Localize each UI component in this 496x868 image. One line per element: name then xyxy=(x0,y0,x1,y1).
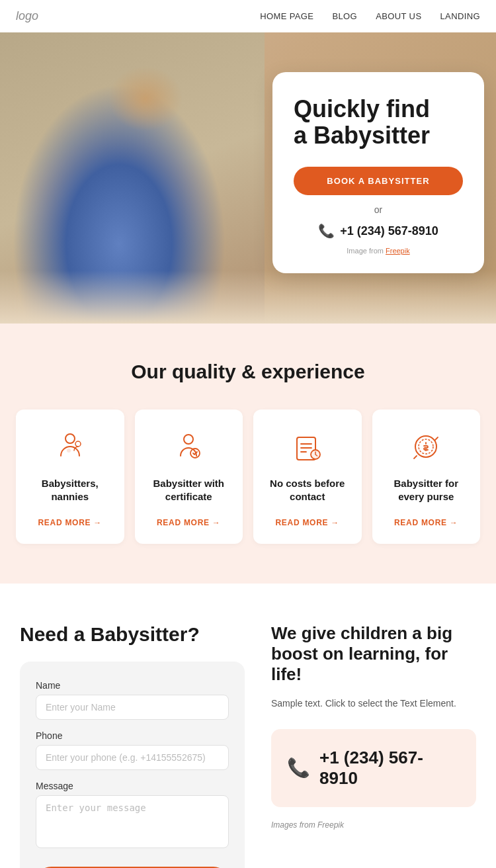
form-heading: Need a Babysitter? xyxy=(20,623,245,646)
message-textarea[interactable] xyxy=(36,795,229,848)
message-label: Message xyxy=(36,781,229,791)
phone-box-number: +1 (234) 567-8910 xyxy=(319,748,460,789)
quality-card-4: Babysitter for every purse READ MORE → xyxy=(372,410,481,544)
quality-card-4-readmore[interactable]: READ MORE → xyxy=(394,518,458,527)
navbar: logo HOME PAGE BLOG ABOUT US LANDING xyxy=(0,0,496,32)
logo: logo xyxy=(16,9,38,23)
quality-cards: Babysitters, nannies READ MORE → Babysit… xyxy=(16,410,480,544)
nav-blog[interactable]: BLOG xyxy=(332,11,357,21)
quality-card-1-title: Babysitters, nannies xyxy=(26,477,114,503)
hero-section: Quickly find a Babysitter BOOK A BABYSIT… xyxy=(0,32,496,324)
right-body: Sample text. Click to select the Text El… xyxy=(271,696,476,711)
quality-card-2-title: Babysitter with certificate xyxy=(145,477,233,503)
form-right: We give children a big boost on learning… xyxy=(271,623,476,868)
no-costs-icon xyxy=(289,428,326,465)
form-section: Need a Babysitter? Name Phone Message RE… xyxy=(0,584,496,868)
quality-card-1-readmore[interactable]: READ MORE → xyxy=(38,518,102,527)
quality-card-2-readmore[interactable]: READ MORE → xyxy=(157,518,221,527)
name-input[interactable] xyxy=(36,695,229,720)
nav-landing[interactable]: LANDING xyxy=(440,11,480,21)
svg-point-3 xyxy=(184,435,193,444)
phone-input[interactable] xyxy=(36,745,229,770)
babysitter-nannies-icon xyxy=(52,428,89,465)
phone-box: 📞 +1 (234) 567-8910 xyxy=(271,729,476,807)
quality-card-3-title: No costs before contact xyxy=(264,477,351,503)
purse-icon xyxy=(407,428,444,465)
quality-card-2: Babysitter with certificate READ MORE → xyxy=(135,410,243,544)
phone-box-icon: 📞 xyxy=(287,757,310,779)
hero-phone-number: +1 (234) 567-8910 xyxy=(340,224,438,238)
quality-heading: Our quality & experience xyxy=(16,361,480,383)
right-image-credit: Images from Freepik xyxy=(271,820,476,830)
quality-section: Our quality & experience Babysitters, na… xyxy=(0,324,496,584)
quality-card-1: Babysitters, nannies READ MORE → xyxy=(16,410,124,544)
name-label: Name xyxy=(36,680,229,691)
message-field-group: Message xyxy=(36,781,229,851)
quality-card-3-readmore[interactable]: READ MORE → xyxy=(275,518,339,527)
hero-image-credit: Image from Freepik xyxy=(294,247,463,255)
right-heading: We give children a big boost on learning… xyxy=(271,623,476,685)
svg-point-2 xyxy=(67,449,71,453)
svg-point-0 xyxy=(65,434,75,443)
nav-links: HOME PAGE BLOG ABOUT US LANDING xyxy=(260,11,480,21)
phone-icon: 📞 xyxy=(318,223,335,239)
nav-about[interactable]: ABOUT US xyxy=(376,11,421,21)
form-left: Need a Babysitter? Name Phone Message RE… xyxy=(20,623,245,868)
phone-field-group: Phone xyxy=(36,730,229,770)
contact-form: Name Phone Message REQUEST FOR CALL xyxy=(20,662,245,868)
nav-home[interactable]: HOME PAGE xyxy=(260,11,313,21)
quality-card-3: No costs before contact READ MORE → xyxy=(253,410,362,544)
hero-freepik-link[interactable]: Freepik xyxy=(386,247,410,255)
hero-or-text: or xyxy=(294,204,463,215)
phone-label: Phone xyxy=(36,730,229,741)
name-field-group: Name xyxy=(36,680,229,720)
hero-phone: 📞 +1 (234) 567-8910 xyxy=(294,223,463,239)
book-babysitter-button[interactable]: BOOK A BABYSITTER xyxy=(294,167,463,195)
hero-card: Quickly find a Babysitter BOOK A BABYSIT… xyxy=(272,72,484,273)
svg-point-1 xyxy=(75,441,81,447)
hero-heading: Quickly find a Babysitter xyxy=(294,96,463,148)
svg-point-11 xyxy=(419,439,433,454)
certificate-icon xyxy=(170,428,207,465)
hero-floor xyxy=(0,271,496,324)
quality-card-4-title: Babysitter for every purse xyxy=(383,477,470,503)
